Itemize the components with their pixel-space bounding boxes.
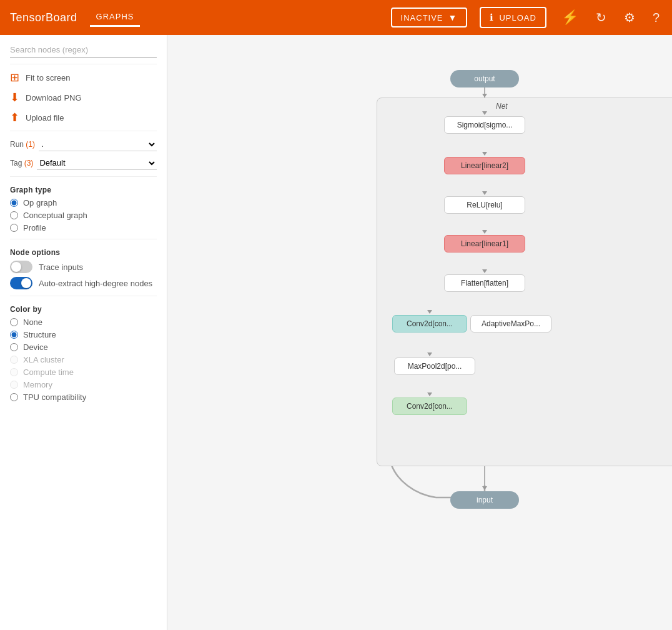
toggle-slider-trace <box>10 261 32 273</box>
auto-extract-toggle-row: Auto-extract high-degree nodes <box>10 277 157 289</box>
graph-canvas: output Net Sigmoid[sigmo... Linear[linea… <box>167 35 672 630</box>
radio-conceptual-graph[interactable]: Conceptual graph <box>10 211 157 220</box>
header: TensorBoard GRAPHS INACTIVE ▼ ℹ UPLOAD ⚡… <box>0 0 672 35</box>
maxpool-node[interactable]: MaxPool2d[po... <box>394 358 475 375</box>
radio-op-graph[interactable]: Op graph <box>10 198 157 208</box>
upload-icon: ⬆ <box>10 111 19 124</box>
main-layout: ⊞ Fit to screen ⬇ Download PNG ⬆ Upload … <box>0 35 672 630</box>
profile-label: Profile <box>23 223 46 232</box>
net-label: Net <box>496 102 508 111</box>
input-node[interactable]: input <box>450 491 519 509</box>
help-icon[interactable]: ? <box>650 8 662 28</box>
run-row: Run (1) . <box>10 138 157 151</box>
dropdown-arrow-icon: ▼ <box>448 12 458 22</box>
run-label: Run (1) <box>10 140 35 149</box>
xla-cluster-label: XLA cluster <box>23 355 64 364</box>
sigmoid-node[interactable]: Sigmoid[sigmo... <box>444 116 525 134</box>
auto-extract-toggle[interactable] <box>10 277 32 289</box>
radio-tpu-compatibility[interactable]: TPU compatibility <box>10 392 157 402</box>
download-png-label: Download PNG <box>26 93 82 102</box>
radio-compute-time[interactable]: Compute time <box>10 368 157 377</box>
radio-structure[interactable]: Structure <box>10 330 157 339</box>
nav-graphs[interactable]: GRAPHS <box>90 8 141 27</box>
conceptual-graph-label: Conceptual graph <box>23 211 87 220</box>
info-icon: ℹ <box>490 12 494 23</box>
trace-inputs-toggle-row: Trace inputs <box>10 261 157 273</box>
op-graph-label: Op graph <box>23 198 57 208</box>
toggle-knob-trace <box>11 262 21 272</box>
radio-profile[interactable]: Profile <box>10 223 157 232</box>
flatten-node[interactable]: Flatten[flatten] <box>444 274 525 292</box>
fit-to-screen-button[interactable]: ⊞ Fit to screen <box>10 71 157 84</box>
tag-row: Tag (3) Default <box>10 156 157 170</box>
none-label: None <box>23 318 42 327</box>
radio-memory[interactable]: Memory <box>10 380 157 389</box>
search-container <box>10 42 157 58</box>
toggle-knob-auto <box>21 278 31 288</box>
trace-inputs-label: Trace inputs <box>39 262 83 272</box>
node-options-title: Node options <box>10 248 157 257</box>
status-dropdown[interactable]: INACTIVE ▼ <box>391 8 468 28</box>
search-input[interactable] <box>10 42 157 58</box>
tag-label: Tag (3) <box>10 159 33 168</box>
run-select[interactable]: . <box>39 138 157 151</box>
auto-extract-label: Auto-extract high-degree nodes <box>39 279 152 288</box>
status-label: INACTIVE <box>401 13 443 22</box>
bolt-icon[interactable]: ⚡ <box>559 7 581 28</box>
svg-marker-24 <box>482 486 487 490</box>
refresh-icon[interactable]: ↻ <box>593 8 609 28</box>
download-png-button[interactable]: ⬇ Download PNG <box>10 91 157 104</box>
conv2d-bottom-node[interactable]: Conv2d[con... <box>392 398 467 415</box>
radio-none[interactable]: None <box>10 318 157 327</box>
fit-screen-icon: ⊞ <box>10 71 19 84</box>
linear1-node[interactable]: Linear[linear1] <box>444 235 525 252</box>
color-by-title: Color by <box>10 305 157 314</box>
upload-button[interactable]: ℹ UPLOAD <box>480 7 546 28</box>
device-label: Device <box>23 342 48 352</box>
structure-label: Structure <box>23 330 56 339</box>
adaptive-maxpool-node[interactable]: AdaptiveMaxPo... <box>470 315 551 332</box>
tag-select[interactable]: Default <box>37 156 157 170</box>
upload-file-button[interactable]: ⬆ Upload file <box>10 111 157 124</box>
app-logo: TensorBoard <box>10 11 77 24</box>
relu-node[interactable]: ReLU[relu] <box>444 196 525 214</box>
settings-icon[interactable]: ⚙ <box>621 8 638 28</box>
graph-type-title: Graph type <box>10 186 157 194</box>
sidebar: ⊞ Fit to screen ⬇ Download PNG ⬆ Upload … <box>0 35 167 630</box>
tpu-compatibility-label: TPU compatibility <box>23 392 86 402</box>
conv2d-top-node[interactable]: Conv2d[con... <box>392 315 467 332</box>
fit-to-screen-label: Fit to screen <box>26 73 71 82</box>
radio-xla-cluster[interactable]: XLA cluster <box>10 355 157 364</box>
radio-device[interactable]: Device <box>10 342 157 352</box>
linear2-node[interactable]: Linear[linear2] <box>444 157 525 174</box>
output-node[interactable]: output <box>450 70 519 88</box>
graph-area[interactable]: output Net Sigmoid[sigmo... Linear[linea… <box>167 35 672 630</box>
memory-label: Memory <box>23 380 52 389</box>
download-icon: ⬇ <box>10 91 19 104</box>
trace-inputs-toggle[interactable] <box>10 261 32 273</box>
upload-file-label: Upload file <box>26 113 64 122</box>
compute-time-label: Compute time <box>23 368 74 377</box>
toggle-slider-auto <box>10 277 32 289</box>
